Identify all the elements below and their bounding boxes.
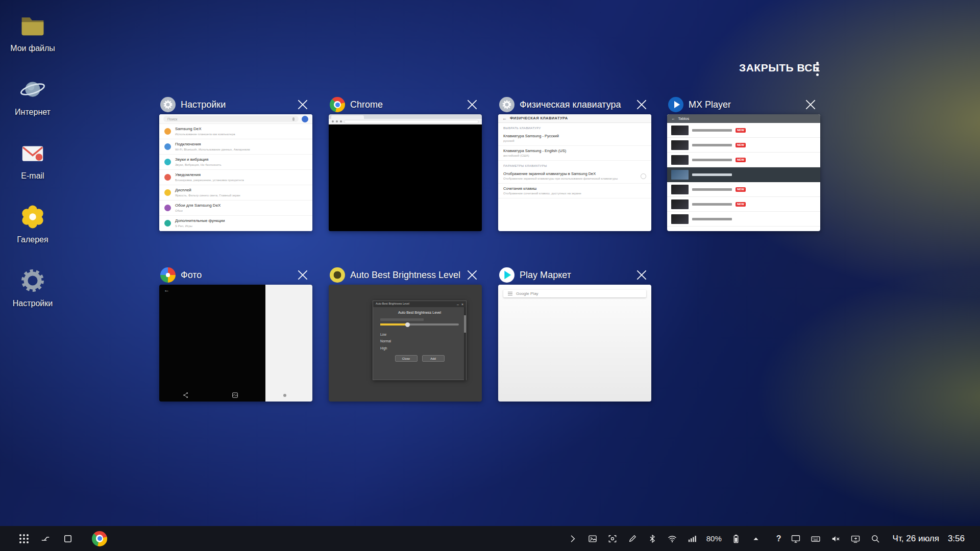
folder-header: ← Tablos bbox=[667, 114, 820, 123]
expand-tray-icon[interactable] bbox=[567, 533, 578, 544]
bluetooth-icon[interactable] bbox=[647, 533, 658, 544]
video-list-item: NEW bbox=[667, 153, 820, 167]
video-thumbnail bbox=[671, 155, 689, 165]
item-title: Подключения bbox=[175, 142, 250, 147]
internet-globe-icon bbox=[18, 75, 47, 104]
brightness-task-thumbnail[interactable]: Auto Best Brightness Level – × Auto Best… bbox=[329, 285, 482, 402]
back-icon bbox=[332, 120, 334, 122]
video-list-item: NEW bbox=[667, 182, 820, 197]
close-task-icon[interactable] bbox=[465, 98, 479, 111]
external-display-icon[interactable] bbox=[850, 533, 861, 544]
mx-player-task-thumbnail[interactable]: ← Tablos NEW NEW NEW NEW bbox=[667, 114, 820, 231]
help-icon[interactable]: ? bbox=[776, 535, 781, 543]
section-label: ВЫБРАТЬ КЛАВИАТУРУ bbox=[498, 123, 651, 131]
shortcut-settings[interactable]: Настройки bbox=[8, 262, 57, 326]
item-subtitle: Обои bbox=[175, 209, 220, 213]
cellular-signal-icon[interactable] bbox=[687, 533, 698, 544]
close-all-button[interactable]: ЗАКРЫТЬ ВСЕ bbox=[739, 62, 820, 74]
task-card-title[interactable]: Auto Best Brightness Level bbox=[350, 270, 460, 281]
settings-list-item: Уведомления Блокировка, разрешение, уста… bbox=[159, 170, 312, 185]
close-task-icon[interactable] bbox=[465, 268, 479, 282]
close-task-icon[interactable] bbox=[296, 268, 309, 282]
search-icon[interactable] bbox=[870, 533, 881, 544]
task-card-title[interactable]: Физическая клавиатура bbox=[520, 99, 630, 110]
item-title: Клавиатура Samsung - Русский bbox=[503, 134, 646, 138]
shortcut-label: E-mail bbox=[21, 171, 44, 181]
keyboard-task-thumbnail[interactable]: ← ФИЗИЧЕСКАЯ КЛАВИАТУРА ВЫБРАТЬ КЛАВИАТУ… bbox=[498, 114, 651, 231]
play-market-task-thumbnail[interactable]: Google Play bbox=[498, 285, 651, 402]
keyboard-list-item: Клавиатура Samsung - English (US) англий… bbox=[498, 146, 651, 161]
task-card-title[interactable]: Настройки bbox=[181, 99, 291, 110]
chrome-task-thumbnail[interactable] bbox=[329, 114, 482, 231]
samsung-dex-icon bbox=[164, 128, 171, 135]
taskbar-clock[interactable]: 3:56 bbox=[948, 534, 965, 543]
monitor-icon[interactable] bbox=[790, 533, 801, 544]
item-title: Отображение экранной клавиатуры в Samsun… bbox=[503, 171, 636, 176]
item-title: Обои для Samsung DeX bbox=[175, 203, 220, 208]
task-card-header: Настройки bbox=[159, 95, 312, 114]
tasks-icon[interactable] bbox=[40, 533, 51, 544]
caret-up-icon[interactable] bbox=[750, 533, 762, 544]
wifi-icon[interactable] bbox=[667, 533, 678, 544]
task-card-title[interactable]: Фото bbox=[181, 270, 291, 281]
recents-window-icon[interactable] bbox=[62, 533, 74, 544]
dialog-buttons: Close Add bbox=[380, 355, 459, 362]
volume-muted-icon[interactable] bbox=[830, 533, 841, 544]
apps-grid-icon[interactable] bbox=[19, 534, 29, 543]
shortcut-label: Интернет bbox=[15, 108, 51, 117]
share-icon bbox=[183, 391, 189, 398]
new-badge: NEW bbox=[736, 128, 746, 133]
battery-icon[interactable] bbox=[730, 533, 742, 544]
close-button: Close bbox=[395, 355, 418, 362]
photos-center bbox=[166, 273, 169, 277]
settings-app-icon bbox=[160, 97, 176, 112]
task-card-title[interactable]: Play Маркет bbox=[520, 270, 630, 281]
video-list-item: NEW bbox=[667, 123, 820, 138]
dialog-body: Auto Best Brightness Level Low Normal Hi… bbox=[373, 307, 466, 362]
keyboard-list-item: Клавиатура Samsung - Русский русский bbox=[498, 131, 651, 146]
folder-title: Tablos bbox=[678, 117, 690, 121]
task-card-play-market: Play Маркет Google Play bbox=[498, 265, 651, 402]
shortcut-email[interactable]: E-mail bbox=[8, 135, 57, 198]
pen-tool-icon[interactable] bbox=[627, 533, 638, 544]
settings-task-thumbnail[interactable]: Поиск Samsung DeX Использование планшета… bbox=[159, 114, 312, 231]
item-subtitle: русский bbox=[503, 139, 646, 143]
minimize-icon: – bbox=[457, 303, 459, 306]
task-card-header: Физическая клавиатура bbox=[498, 95, 651, 114]
shortcut-gallery[interactable]: Галерея bbox=[8, 198, 57, 262]
dialog-title: Auto Best Brightness Level bbox=[380, 311, 459, 315]
task-card-title[interactable]: Chrome bbox=[350, 99, 460, 110]
taskbar-date[interactable]: Чт, 26 июля bbox=[893, 534, 939, 543]
notifications-icon bbox=[164, 174, 171, 181]
shortcut-label: Мои файлы bbox=[10, 44, 55, 53]
browser-tab-strip bbox=[329, 114, 482, 119]
close-task-icon[interactable] bbox=[635, 98, 648, 111]
close-task-icon[interactable] bbox=[804, 98, 817, 111]
more-options-icon[interactable] bbox=[813, 59, 822, 79]
page-title: ФИЗИЧЕСКАЯ КЛАВИАТУРА bbox=[510, 116, 568, 120]
browser-tab bbox=[331, 115, 364, 119]
task-card-header: Play Маркет bbox=[498, 265, 651, 285]
video-name-bar bbox=[692, 218, 732, 220]
my-files-folder-icon bbox=[18, 11, 47, 40]
screen-capture-icon[interactable] bbox=[607, 533, 618, 544]
refresh-icon bbox=[340, 120, 342, 122]
close-task-icon[interactable] bbox=[635, 268, 648, 282]
page-header: ← ФИЗИЧЕСКАЯ КЛАВИАТУРА bbox=[498, 114, 651, 123]
task-card-brightness: Auto Best Brightness Level Auto Best Bri… bbox=[329, 265, 482, 402]
item-subtitle: S Pen, Игры bbox=[175, 224, 225, 228]
photo-task-thumbnail[interactable]: ← bbox=[159, 285, 312, 402]
page-indicator-dot bbox=[283, 394, 286, 397]
keyboard-icon[interactable] bbox=[810, 533, 821, 544]
task-card-header: Chrome bbox=[329, 95, 482, 114]
window-titlebar: Auto Best Brightness Level – × bbox=[373, 301, 466, 307]
shortcut-label: Галерея bbox=[17, 235, 48, 244]
shortcut-my-files[interactable]: Мои файлы bbox=[8, 7, 57, 71]
close-task-icon[interactable] bbox=[296, 98, 309, 111]
chrome-taskbar-icon[interactable] bbox=[92, 531, 107, 546]
shortcut-internet[interactable]: Интернет bbox=[8, 71, 57, 135]
screenshot-image-icon[interactable] bbox=[587, 533, 598, 544]
task-card-title[interactable]: MX Player bbox=[689, 99, 799, 110]
taskbar: 80% ? Чт, 26 июля 3:56 bbox=[0, 526, 980, 551]
gallery-view-icon bbox=[232, 391, 238, 398]
